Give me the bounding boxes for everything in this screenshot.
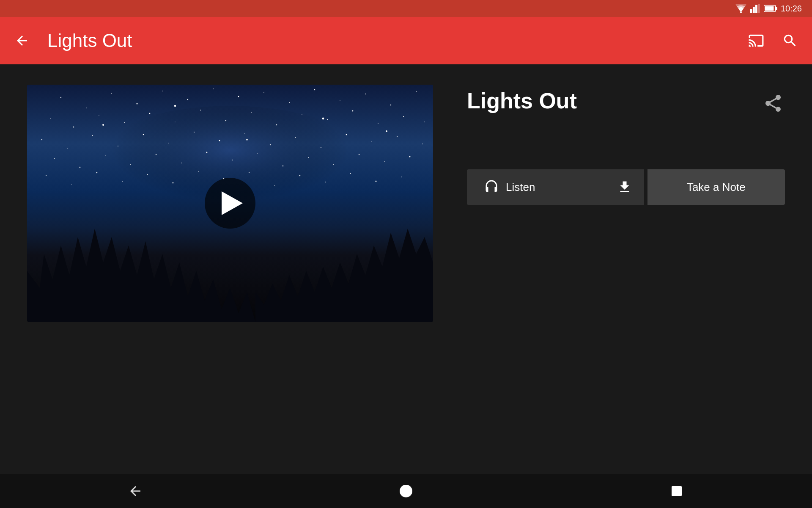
- svg-point-33: [251, 112, 252, 113]
- svg-point-48: [219, 140, 220, 141]
- svg-rect-6: [776, 7, 777, 10]
- nav-recent-button[interactable]: [660, 474, 694, 508]
- svg-point-23: [390, 105, 391, 105]
- content-title-row: Lights Out: [467, 88, 785, 115]
- svg-point-65: [257, 153, 258, 153]
- video-background: [27, 85, 433, 322]
- svg-point-38: [378, 123, 379, 124]
- svg-point-36: [327, 119, 328, 120]
- svg-point-13: [137, 103, 138, 105]
- svg-point-64: [232, 160, 233, 160]
- svg-point-94: [401, 486, 412, 497]
- app-bar-actions: [744, 29, 802, 52]
- nav-home-icon: [398, 483, 414, 499]
- app-bar-title: Lights Out: [47, 30, 731, 51]
- svg-point-28: [124, 122, 125, 123]
- svg-point-18: [263, 92, 264, 93]
- search-icon: [782, 33, 798, 49]
- take-note-label: Take a Note: [687, 181, 746, 194]
- svg-point-16: [213, 88, 214, 89]
- svg-point-66: [283, 166, 284, 167]
- play-icon: [222, 191, 243, 215]
- headphones-icon: [484, 179, 499, 195]
- svg-point-53: [346, 134, 347, 135]
- svg-point-51: [295, 137, 296, 138]
- svg-point-75: [122, 181, 123, 182]
- svg-point-35: [302, 114, 302, 114]
- svg-point-44: [118, 146, 118, 146]
- svg-point-31: [200, 110, 201, 110]
- take-note-button[interactable]: Take a Note: [647, 169, 785, 205]
- status-icons: 10:26: [735, 4, 802, 14]
- svg-rect-2: [753, 7, 755, 13]
- listen-label: Listen: [506, 181, 535, 194]
- svg-point-32: [225, 120, 226, 121]
- svg-rect-95: [672, 486, 681, 495]
- nav-recent-icon: [670, 484, 683, 498]
- back-button[interactable]: [10, 29, 34, 52]
- svg-point-77: [173, 182, 174, 184]
- svg-point-90: [322, 118, 324, 120]
- svg-point-47: [194, 132, 195, 133]
- svg-point-70: [384, 161, 385, 162]
- svg-rect-4: [758, 4, 760, 13]
- download-button[interactable]: [605, 169, 644, 205]
- svg-point-43: [92, 135, 93, 136]
- svg-point-26: [73, 127, 74, 128]
- svg-point-49: [244, 133, 245, 134]
- svg-point-52: [321, 147, 321, 148]
- svg-point-80: [249, 172, 250, 173]
- svg-point-81: [274, 185, 274, 185]
- svg-point-39: [403, 116, 404, 117]
- svg-point-89: [246, 139, 248, 141]
- svg-point-37: [352, 110, 354, 112]
- svg-point-42: [67, 148, 68, 149]
- svg-point-57: [54, 158, 55, 159]
- svg-rect-1: [750, 9, 752, 13]
- nav-home-button[interactable]: [389, 474, 423, 508]
- svg-point-14: [162, 91, 162, 91]
- main-content: Lights Out Listen Take: [0, 64, 812, 474]
- svg-point-50: [270, 144, 271, 145]
- svg-point-87: [102, 124, 104, 126]
- svg-point-29: [149, 113, 151, 114]
- svg-point-24: [416, 91, 417, 92]
- svg-point-11: [86, 108, 87, 108]
- status-time: 10:26: [781, 4, 802, 14]
- svg-point-22: [365, 94, 366, 94]
- play-button[interactable]: [205, 178, 255, 229]
- svg-point-68: [333, 164, 334, 165]
- svg-point-67: [308, 157, 309, 158]
- svg-point-10: [60, 97, 61, 98]
- svg-point-12: [111, 93, 112, 94]
- battery-icon: [764, 4, 777, 13]
- svg-point-0: [740, 12, 742, 13]
- svg-point-19: [289, 102, 290, 103]
- svg-point-54: [371, 141, 372, 142]
- svg-point-21: [340, 100, 340, 101]
- cast-icon: [748, 33, 764, 49]
- back-icon: [14, 33, 30, 48]
- svg-point-58: [80, 167, 81, 168]
- app-bar: Lights Out: [0, 17, 812, 64]
- share-button[interactable]: [761, 91, 785, 115]
- wifi-icon: [735, 4, 747, 13]
- nav-back-button[interactable]: [118, 474, 152, 508]
- listen-button[interactable]: Listen: [467, 169, 605, 205]
- search-button[interactable]: [778, 29, 802, 52]
- svg-point-85: [376, 181, 377, 182]
- right-panel: Lights Out Listen Take: [467, 85, 785, 454]
- share-icon: [763, 93, 783, 113]
- svg-point-74: [96, 172, 98, 174]
- svg-point-62: [181, 163, 182, 163]
- svg-point-45: [143, 134, 144, 135]
- svg-point-83: [325, 182, 326, 182]
- svg-point-25: [50, 118, 50, 119]
- svg-point-84: [350, 173, 351, 174]
- svg-point-40: [424, 121, 425, 122]
- svg-point-72: [46, 175, 47, 176]
- svg-point-86: [401, 177, 402, 177]
- cast-button[interactable]: [744, 29, 768, 52]
- svg-point-71: [409, 156, 411, 157]
- svg-point-55: [397, 136, 398, 137]
